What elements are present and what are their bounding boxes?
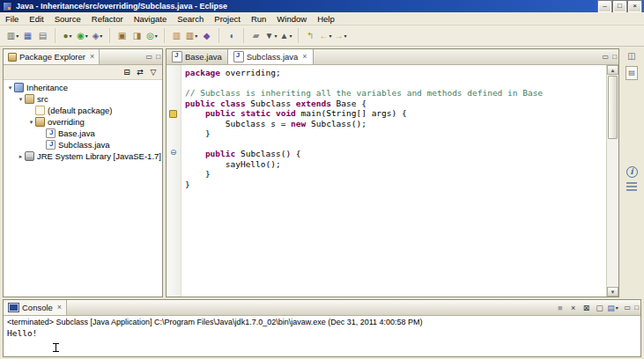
tree-toggle-icon[interactable]: ▾ <box>27 119 35 126</box>
info-icon[interactable]: i <box>626 166 638 178</box>
dropdown-arrow-icon[interactable]: ▾ <box>274 33 277 39</box>
forward-icon[interactable]: →▾ <box>333 28 348 43</box>
editor-minimize-icon[interactable]: ▭ <box>601 53 611 62</box>
view-menu-icon[interactable]: ▽ <box>147 67 159 78</box>
new-wizard-icon[interactable]: ▥▾ <box>5 28 20 43</box>
tree-item-base-java[interactable]: Base.java <box>4 128 162 139</box>
code-line[interactable]: } <box>185 169 606 180</box>
open-jar-icon[interactable]: ▥ <box>169 28 184 43</box>
collapse-all-icon[interactable]: ⊟ <box>121 67 133 78</box>
next-annotation-icon[interactable]: ▼▾ <box>263 28 278 43</box>
menu-item-edit[interactable]: Edit <box>24 14 48 24</box>
code-line[interactable]: Subclass s = new Subclass(); <box>185 119 606 129</box>
code-line[interactable]: } <box>185 128 606 139</box>
code-line[interactable] <box>185 78 606 89</box>
tree-toggle-icon[interactable]: ▾ <box>17 96 25 103</box>
editor-tab-base-java[interactable]: Base.java <box>167 49 228 64</box>
console-maximize-icon[interactable]: □ <box>633 304 640 312</box>
open-console-icon[interactable]: ▤▾ <box>607 302 619 313</box>
dropdown-arrow-icon[interactable]: ▾ <box>85 33 88 39</box>
dropdown-arrow-icon[interactable]: ▾ <box>289 33 292 39</box>
gutter-marker-icon[interactable] <box>169 110 177 118</box>
menu-item-window[interactable]: Window <box>271 14 312 24</box>
clear-console-icon[interactable]: ▢ <box>594 302 606 313</box>
scroll-up-icon[interactable]: ▲ <box>607 65 618 75</box>
new-class-icon[interactable]: ◎▾ <box>144 28 159 43</box>
dropdown-arrow-icon[interactable]: ▾ <box>344 33 346 39</box>
maximize-view-icon[interactable]: □ <box>154 53 162 62</box>
terminate-icon[interactable]: ■ <box>554 302 566 313</box>
package-explorer-tab[interactable]: Package Explorer × <box>4 49 100 64</box>
debug-icon[interactable]: ●▾ <box>60 28 75 43</box>
menu-item-refactor[interactable]: Refactor <box>86 14 129 24</box>
dropdown-arrow-icon[interactable]: ▾ <box>70 33 72 39</box>
menu-item-project[interactable]: Project <box>209 14 246 24</box>
menu-item-search[interactable]: Search <box>172 14 209 24</box>
outline-icon[interactable] <box>626 182 637 192</box>
menu-item-file[interactable]: File <box>0 14 24 24</box>
dropdown-arrow-icon[interactable]: ▾ <box>616 304 618 311</box>
console-minimize-icon[interactable]: ▭ <box>623 304 633 312</box>
scrollbar-track[interactable] <box>607 140 618 287</box>
tree-toggle-icon[interactable]: ▾ <box>6 84 14 92</box>
fold-collapse-icon[interactable]: ⊖ <box>170 148 177 158</box>
code-line[interactable]: sayHello(); <box>185 159 606 170</box>
menu-item-navigate[interactable]: Navigate <box>129 14 173 24</box>
dropdown-arrow-icon[interactable]: ▾ <box>195 33 197 39</box>
dropdown-arrow-icon[interactable]: ▾ <box>155 33 158 39</box>
code-line[interactable]: public Subclass() { <box>185 149 606 159</box>
editor-gutter[interactable]: ⊖ <box>167 65 181 297</box>
tree-item-default-package[interactable]: (default package) <box>4 105 162 116</box>
restore-views-icon[interactable]: ◫ <box>627 51 635 62</box>
new-package-icon[interactable]: ◨ <box>130 28 144 43</box>
mark-occurrences-icon[interactable]: ▰ <box>248 28 263 43</box>
maximize-button[interactable]: □ <box>613 1 626 12</box>
open-jar-source-icon[interactable]: ▥▾ <box>184 28 199 43</box>
previous-annotation-icon[interactable]: ▲▾ <box>278 28 293 43</box>
tree-item-overriding[interactable]: ▾overriding <box>4 116 162 128</box>
tree-item-jre-system-library-javase-1-7[interactable]: ▸JRE System Library [JavaSE-1.7] <box>4 150 162 162</box>
back-icon[interactable]: ←▾ <box>318 28 333 43</box>
remove-all-terminated-icon[interactable]: ⊠ <box>581 302 593 313</box>
editor-scrollbar[interactable]: ▲ ▼ <box>606 65 618 297</box>
close-console-icon[interactable]: × <box>57 304 62 311</box>
scrollbar-thumb[interactable] <box>608 76 618 139</box>
remove-launch-icon[interactable]: × <box>567 302 580 313</box>
close-view-icon[interactable]: × <box>90 53 94 61</box>
dropdown-arrow-icon[interactable]: ▾ <box>100 33 102 39</box>
editor-maximize-icon[interactable]: □ <box>611 53 618 62</box>
menu-item-help[interactable]: Help <box>312 14 340 24</box>
print-icon[interactable]: ▤ <box>35 28 50 43</box>
close-tab-icon[interactable]: × <box>302 53 307 61</box>
search-icon[interactable]: ◖ <box>224 28 239 43</box>
code-area[interactable]: package overriding; // Subclass is inher… <box>181 65 606 297</box>
dropdown-arrow-icon[interactable]: ▾ <box>16 33 19 39</box>
collapsed-view-icon[interactable]: ▤ <box>625 66 638 80</box>
console-body[interactable]: <terminated> Subclass [Java Application]… <box>4 316 640 356</box>
code-line[interactable]: package overriding; <box>185 68 606 78</box>
tree-toggle-icon[interactable]: ▸ <box>17 153 25 160</box>
scroll-down-icon[interactable]: ▼ <box>607 287 618 297</box>
save-icon[interactable]: ▦ <box>20 28 35 43</box>
external-tools-icon[interactable]: ◈▾ <box>90 28 105 43</box>
link-with-editor-icon[interactable]: ⇄ <box>134 67 146 78</box>
code-line[interactable]: } <box>185 180 606 190</box>
tree-item-inheritance[interactable]: ▾Inheritance <box>4 82 162 93</box>
tree-item-src[interactable]: ▾src <box>4 93 162 105</box>
code-line[interactable]: public class Subclass extends Base { <box>185 99 606 109</box>
menu-item-run[interactable]: Run <box>246 14 271 24</box>
minimize-view-icon[interactable]: ▭ <box>144 53 155 62</box>
new-java-project-icon[interactable]: ▣ <box>115 28 130 43</box>
code-line[interactable] <box>185 139 606 150</box>
menu-item-source[interactable]: Source <box>49 14 86 24</box>
editor-tab-subclass-java[interactable]: Subclass.java× <box>228 49 314 64</box>
code-line[interactable]: public static void main(String[] args) { <box>185 108 606 119</box>
dropdown-arrow-icon[interactable]: ▾ <box>329 33 331 39</box>
last-edit-location-icon[interactable]: ↰ <box>303 28 318 43</box>
minimize-button[interactable]: – <box>598 1 611 12</box>
run-icon[interactable]: ◉▾ <box>75 28 90 43</box>
titlebar[interactable]: Java - Inheritance/src/overriding/Subcla… <box>0 0 644 12</box>
close-button[interactable]: × <box>628 1 641 12</box>
console-tab[interactable]: Console × <box>4 300 67 315</box>
javadoc-icon[interactable]: ◆ <box>199 28 214 43</box>
